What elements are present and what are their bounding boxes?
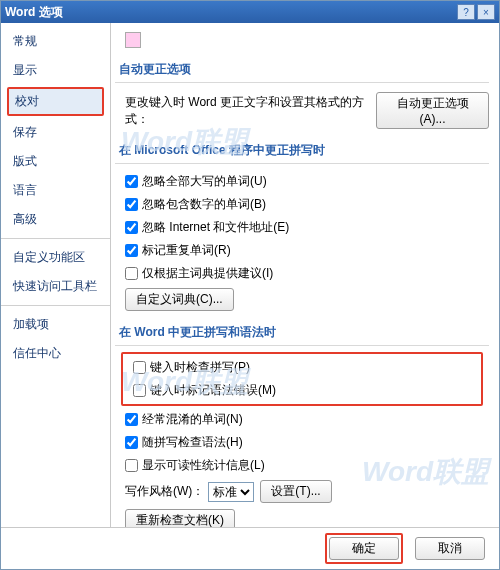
lbl-main-dict: 仅根据主词典提供建议(I) [142,265,273,282]
sidebar-item-layout[interactable]: 版式 [1,147,110,176]
settings-button[interactable]: 设置(T)... [260,480,331,503]
chk-flag-repeat[interactable] [125,244,138,257]
sidebar-item-addins[interactable]: 加载项 [1,310,110,339]
chk-main-dict[interactable] [125,267,138,280]
chk-with-grammar[interactable] [125,436,138,449]
autocorrect-desc: 更改键入时 Word 更正文字和设置其格式的方式： [125,94,369,128]
sidebar-item-trust[interactable]: 信任中心 [1,339,110,368]
abc-icon [125,32,141,48]
sidebar-item-save[interactable]: 保存 [1,118,110,147]
chk-ignore-internet[interactable] [125,221,138,234]
writing-style-label: 写作风格(W)： [125,483,204,500]
recheck-button[interactable]: 重新检查文档(K) [125,509,235,527]
lbl-confused: 经常混淆的单词(N) [142,411,243,428]
footer: 确定 取消 [1,527,499,569]
spell-grammar-highlight: 键入时检查拼写(P) 键入时标记语法错误(M) [121,352,483,406]
lbl-ignore-internet: 忽略 Internet 和文件地址(E) [142,219,289,236]
lbl-ignore-numbers: 忽略包含数字的单词(B) [142,196,266,213]
ok-highlight: 确定 [325,533,403,564]
help-button[interactable]: ? [457,4,475,20]
lbl-mark-grammar: 键入时标记语法错误(M) [150,382,276,399]
sidebar-item-language[interactable]: 语言 [1,176,110,205]
section-office-spell: 在 Microsoft Office 程序中更正拼写时 [115,132,489,164]
lbl-check-spelling: 键入时检查拼写(P) [150,359,250,376]
sidebar-item-proofing[interactable]: 校对 [7,87,104,116]
ok-button[interactable]: 确定 [329,537,399,560]
sidebar-item-advanced[interactable]: 高级 [1,205,110,234]
chk-confused[interactable] [125,413,138,426]
chk-readability[interactable] [125,459,138,472]
chk-check-spelling[interactable] [133,361,146,374]
sidebar-item-display[interactable]: 显示 [1,56,110,85]
chk-ignore-numbers[interactable] [125,198,138,211]
autocorrect-options-button[interactable]: 自动更正选项(A)... [376,92,489,129]
chk-mark-grammar[interactable] [133,384,146,397]
section-word-spell: 在 Word 中更正拼写和语法时 [115,314,489,346]
lbl-with-grammar: 随拼写检查语法(H) [142,434,243,451]
lbl-ignore-uppercase: 忽略全部大写的单词(U) [142,173,267,190]
lbl-flag-repeat: 标记重复单词(R) [142,242,231,259]
section-autocorrect: 自动更正选项 [115,51,489,83]
custom-dict-button[interactable]: 自定义词典(C)... [125,288,234,311]
close-button[interactable]: × [477,4,495,20]
chk-ignore-uppercase[interactable] [125,175,138,188]
cancel-button[interactable]: 取消 [415,537,485,560]
writing-style-select[interactable]: 标准 [208,482,254,502]
content-panel: Word联盟 Word联盟 Word联盟 自动更正选项 更改键入时 Word 更… [111,23,499,527]
sidebar-item-customize-ribbon[interactable]: 自定义功能区 [1,243,110,272]
sidebar: 常规 显示 校对 保存 版式 语言 高级 自定义功能区 快速访问工具栏 加载项 … [1,23,111,527]
sidebar-item-qat[interactable]: 快速访问工具栏 [1,272,110,301]
lbl-readability: 显示可读性统计信息(L) [142,457,265,474]
titlebar: Word 选项 ? × [1,1,499,23]
window-title: Word 选项 [5,4,455,21]
sidebar-item-general[interactable]: 常规 [1,27,110,56]
